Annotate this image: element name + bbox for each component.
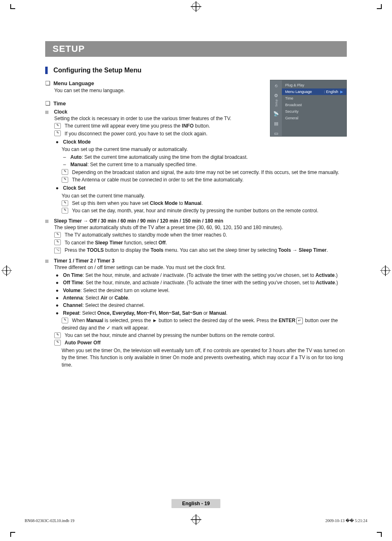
blue-accent-bar bbox=[45, 67, 48, 74]
timer-title: Timer 1 / Timer 2 / Timer 3 bbox=[54, 258, 114, 264]
checkbox-icon: ❏ bbox=[45, 100, 51, 107]
page: SETUP Configuring the Setup Menu ⎋ ⚙ Set… bbox=[0, 0, 392, 541]
clock-set-title: Clock Set bbox=[63, 185, 85, 191]
osd-menu-list: Plug & Play Menu Language : English ▶ Ti… bbox=[282, 80, 346, 136]
osd-icon-antenna: 📡 bbox=[273, 111, 279, 116]
bullet-icon: ● bbox=[54, 139, 60, 146]
note-icon: ✎ bbox=[54, 232, 61, 238]
clock-mode-manual: – Manual: Set the current time to a manu… bbox=[62, 161, 347, 168]
tools-icon: ⌥ bbox=[54, 248, 61, 253]
print-info-line: BN68-02363C-02L10.indb 19 2009-10-13 �� … bbox=[25, 518, 367, 523]
timer-autopoweroff-title: ✎ Auto Power Off bbox=[54, 339, 347, 346]
note-icon: ✎ bbox=[62, 208, 68, 214]
print-date: 2009-10-13 �� 5:21:24 bbox=[325, 518, 367, 523]
registration-mark-left bbox=[2, 267, 11, 275]
osd-icon-input: ▭ bbox=[273, 130, 279, 136]
clock-mode-note-antenna: ✎ The Antenna or cable must be connected… bbox=[62, 176, 347, 183]
clock-set-note1: ✎ Set up this item when you have set Clo… bbox=[62, 200, 347, 207]
sleep-note2: ✎ To cancel the Sleep Timer function, se… bbox=[54, 239, 347, 246]
sleep-note1: ✎ The TV automatically switches to stand… bbox=[54, 232, 347, 239]
timer-repeat: ● Repeat: Select Once, Everyday, Mon~Fri… bbox=[54, 310, 347, 317]
sleep-desc: The sleep timer automatically shuts off … bbox=[54, 224, 347, 231]
gear-icon: ⚙ bbox=[273, 93, 279, 98]
note-icon: ✎ bbox=[54, 130, 61, 136]
osd-item-broadcast: Broadcast bbox=[282, 102, 346, 108]
clock-mode-auto: – Auto: Set the current time automatical… bbox=[62, 154, 347, 161]
registration-mark-right bbox=[381, 267, 390, 275]
timer-volume: ● Volume: Select the desired turn on vol… bbox=[54, 287, 347, 294]
square-bullet-icon bbox=[45, 111, 48, 114]
bullet-icon: ● bbox=[54, 279, 60, 286]
time-title: Time bbox=[53, 100, 66, 107]
content-area: ⎋ ⚙ Setup 📡 ▤ ▭ Plug & Play Menu Languag… bbox=[45, 80, 347, 369]
heading-clock-set: ● Clock Set bbox=[54, 185, 347, 192]
osd-setup-label: Setup bbox=[275, 99, 278, 107]
dash-icon: – bbox=[62, 161, 67, 168]
timer-desc: Three different on / off timer settings … bbox=[54, 264, 347, 271]
banner-setup: SETUP bbox=[45, 41, 347, 57]
section-title: Configuring the Setup Menu bbox=[53, 67, 141, 74]
bullet-icon: ● bbox=[54, 272, 60, 279]
note-icon: ✎ bbox=[62, 177, 68, 183]
note-icon: ✎ bbox=[54, 340, 61, 346]
section-heading-row: Configuring the Setup Menu bbox=[45, 67, 347, 74]
osd-icon-list: ▤ bbox=[273, 121, 279, 126]
clock-mode-desc: You can set up the current time manually… bbox=[62, 146, 347, 153]
print-file: BN68-02363C-02L10.indb 19 bbox=[25, 518, 74, 523]
bullet-icon: ● bbox=[54, 287, 60, 294]
timer-offtime: ● Off Time: Set the hour, minute, and ac… bbox=[54, 279, 347, 286]
timer-channel: ● Channel: Select the desired channel. bbox=[54, 302, 347, 309]
registration-mark-top bbox=[192, 2, 200, 11]
menu-language-title: Menu Language bbox=[53, 80, 94, 86]
timer-note-hour: ✎ You can set the hour, minute and chann… bbox=[54, 332, 347, 339]
osd-preview: ⎋ ⚙ Setup 📡 ▤ ▭ Plug & Play Menu Languag… bbox=[270, 80, 347, 137]
osd-sidebar: ⎋ ⚙ Setup 📡 ▤ ▭ bbox=[270, 80, 282, 136]
osd-item-label: Menu Language bbox=[285, 90, 312, 94]
note-icon: ✎ bbox=[62, 318, 68, 323]
chevron-right-icon: ▶ bbox=[340, 90, 343, 94]
heading-sleep-timer: Sleep Timer → Off / 30 min / 60 min / 90… bbox=[45, 218, 347, 224]
note-icon: ✎ bbox=[54, 239, 61, 245]
clock-set-note2: ✎ You can set the day, month, year, hour… bbox=[62, 207, 347, 214]
crop-marks-bottom bbox=[0, 528, 392, 537]
bullet-icon: ● bbox=[54, 302, 60, 309]
osd-item-general: General bbox=[282, 115, 346, 121]
note-icon: ✎ bbox=[54, 123, 61, 129]
osd-icon-plug: ⎋ bbox=[273, 83, 279, 88]
osd-item-time: Time bbox=[282, 95, 346, 102]
heading-clock-mode: ● Clock Mode bbox=[54, 139, 347, 146]
dash-icon: – bbox=[62, 154, 67, 161]
osd-item-security: Security bbox=[282, 108, 346, 115]
timer-autopoweroff-desc: When you set the timer On, the televisio… bbox=[62, 347, 347, 369]
clock-title: Clock bbox=[54, 109, 67, 115]
clock-set-desc: You can set the current time manually. bbox=[62, 193, 347, 200]
note-icon: ✎ bbox=[62, 200, 68, 206]
timer-antenna: ● Antenna: Select Air or Cable. bbox=[54, 295, 347, 302]
heading-timer123: Timer 1 / Timer 2 / Timer 3 bbox=[45, 258, 347, 264]
note-icon: ✎ bbox=[62, 169, 68, 175]
checkbox-icon: ❏ bbox=[45, 80, 51, 86]
timer-ontime: ● On Time: Set the hour, minute, and act… bbox=[54, 272, 347, 279]
sleep-tools: ⌥ Press the TOOLS button to display the … bbox=[54, 247, 347, 254]
note-icon: ✎ bbox=[54, 332, 61, 338]
enter-icon: ↵ bbox=[296, 318, 303, 324]
square-bullet-icon bbox=[45, 220, 48, 223]
bullet-icon: ● bbox=[54, 295, 60, 302]
bullet-icon: ● bbox=[54, 310, 60, 317]
osd-item-menulang-selected: Menu Language : English ▶ bbox=[282, 88, 346, 95]
timer-repeat-note: ✎ When Manual is selected, press the ► b… bbox=[62, 317, 347, 332]
bullet-icon: ● bbox=[54, 185, 60, 192]
square-bullet-icon bbox=[45, 260, 48, 263]
clock-mode-title: Clock Mode bbox=[63, 139, 90, 145]
page-footer: English - 19 bbox=[171, 499, 220, 508]
osd-selected-value: : English bbox=[324, 90, 338, 94]
osd-item-plugplay: Plug & Play bbox=[282, 82, 346, 88]
clock-mode-note-depend: ✎ Depending on the broadcast station and… bbox=[62, 169, 347, 176]
